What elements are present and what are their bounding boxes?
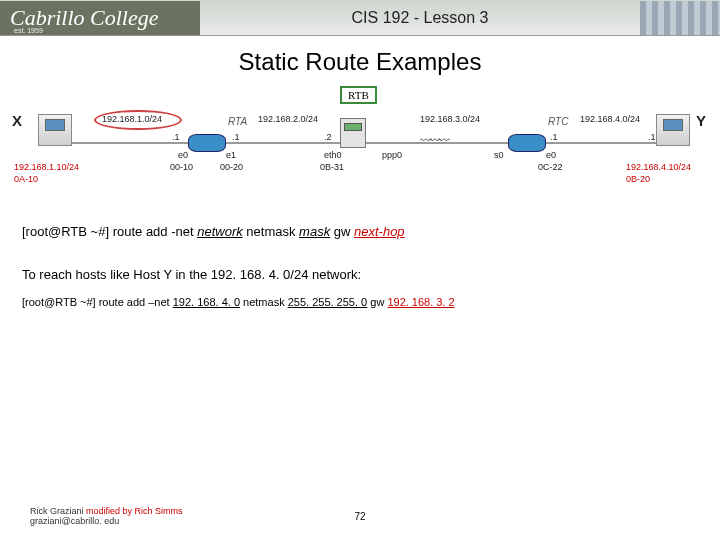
kw-gw2: gw (367, 296, 387, 308)
prompt: [root@RTB ~#] (22, 224, 113, 239)
kw-netmask2: netmask (240, 296, 288, 308)
serial-line-icon: 〰〰〰 (420, 134, 447, 148)
rtc-e0: e0 (546, 150, 556, 160)
rtc-label: RTC (548, 116, 568, 127)
example-net: 192. 168. 4. 0 (173, 296, 240, 308)
net3-label: 192.168.3.0/24 (420, 114, 480, 124)
command-example: [root@RTB ~#] route add –net 192. 168. 4… (22, 296, 698, 308)
arg-network: network (197, 224, 243, 239)
example-gw: 192. 168. 3. 2 (387, 296, 454, 308)
author-email: graziani@cabrillo. edu (30, 516, 119, 526)
mac-x: 0A-10 (14, 174, 38, 184)
rta-e0: e0 (178, 150, 188, 160)
server-rtb-icon (340, 118, 366, 148)
net2-label: 192.168.2.0/24 (258, 114, 318, 124)
rta-dot1-right: .1 (232, 132, 240, 142)
cmd-keyword: route add -net (113, 224, 198, 239)
cmd-keyword2: route add –net (99, 296, 173, 308)
mac-0b-31: 0B-31 (320, 162, 344, 172)
router-rta-icon (188, 134, 226, 152)
rtb-dot2: .2 (324, 132, 332, 142)
slide-header: Cabrillo College est. 1959 CIS 192 - Les… (0, 0, 720, 36)
kw-gw: gw (330, 224, 354, 239)
hosty-dot1: .1 (648, 132, 656, 142)
network-diagram: RTB X 192.168.1.10/24 0A-10 192.168.1.0/… (10, 86, 710, 206)
pillars-decoration (640, 1, 720, 35)
slide-title: Static Route Examples (0, 48, 720, 76)
ip-y: 192.168.4.10/24 (626, 162, 691, 172)
rtc-dot1: .1 (550, 132, 558, 142)
modified-by: modified by Rich Simms (84, 506, 183, 516)
course-title: CIS 192 - Lesson 3 (200, 9, 640, 27)
host-y-label: Y (696, 112, 706, 129)
rta-label: RTA (228, 116, 247, 127)
command-syntax: [root@RTB ~#] route add -net network net… (22, 224, 698, 239)
author: Rick Graziani (30, 506, 84, 516)
example-mask: 255. 255. 255. 0 (288, 296, 368, 308)
net1-highlight (94, 110, 182, 130)
rtb-label-box: RTB (340, 86, 377, 104)
mac-y: 0B-20 (626, 174, 650, 184)
mac-00-10: 00-10 (170, 162, 193, 172)
college-logo: Cabrillo College est. 1959 (0, 1, 200, 35)
logo-est: est. 1959 (14, 27, 43, 34)
rtb-eth0: eth0 (324, 150, 342, 160)
mac-00-20: 00-20 (220, 162, 243, 172)
rta-dot1-left: .1 (172, 132, 180, 142)
rta-e1: e1 (226, 150, 236, 160)
mac-0c-22: 0C-22 (538, 162, 563, 172)
kw-netmask: netmask (243, 224, 299, 239)
rtb-ppp0: ppp0 (382, 150, 402, 160)
ip-x: 192.168.1.10/24 (14, 162, 79, 172)
arg-mask: mask (299, 224, 330, 239)
rtc-s0: s0 (494, 150, 504, 160)
prompt2: [root@RTB ~#] (22, 296, 99, 308)
router-rtc-icon (508, 134, 546, 152)
arg-nexthop: next-hop (354, 224, 405, 239)
explanation-text: To reach hosts like Host Y in the 192. 1… (22, 267, 698, 282)
host-x-label: X (12, 112, 22, 129)
page-number: 72 (354, 511, 365, 522)
host-y-icon (656, 114, 690, 146)
host-x-icon (38, 114, 72, 146)
net4-label: 192.168.4.0/24 (580, 114, 640, 124)
footer-credits: Rick Graziani modified by Rich Simms gra… (30, 506, 183, 526)
